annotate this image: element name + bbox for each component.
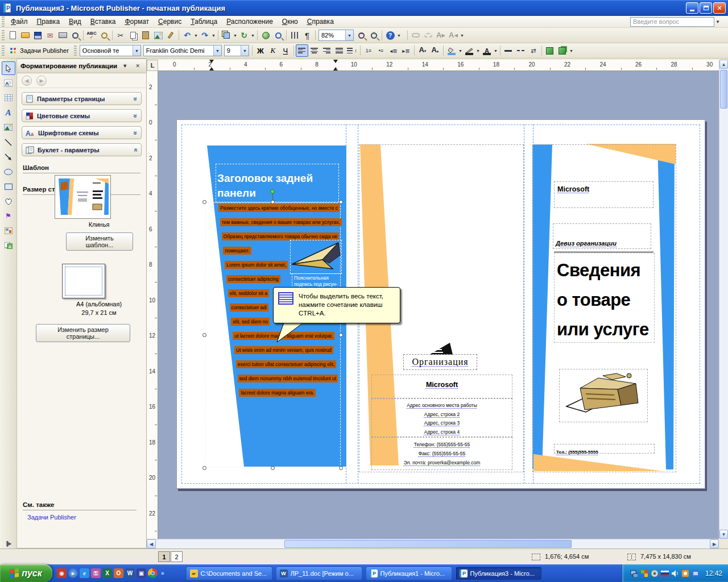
volume-icon[interactable] (671, 569, 679, 577)
bookmark-tool[interactable]: ⚑ (2, 209, 15, 223)
msn-icon[interactable] (640, 569, 648, 577)
previous-text-box-icon[interactable]: A◂ (447, 29, 460, 41)
free-rotate-icon[interactable]: ↻ (238, 29, 250, 41)
menu-item[interactable]: Расположение (222, 16, 278, 27)
horizontal-scrollbar[interactable]: ◀ ▶ (147, 539, 719, 548)
indent-marker[interactable] (333, 67, 338, 70)
taskbar-button-window[interactable]: PПубликация1 - Micro... (366, 567, 452, 580)
vertical-ruler[interactable]: 20246810121416182022 (147, 71, 158, 539)
forward-icon[interactable]: ▶ (36, 76, 47, 86)
menu-drag-handle[interactable] (2, 16, 5, 27)
horizontal-scroll-thumb[interactable] (284, 540, 572, 548)
wordart-tool[interactable]: A (2, 106, 15, 119)
motto-text[interactable]: Девиз организации (556, 240, 617, 247)
selection-handle[interactable] (271, 200, 275, 204)
menu-item[interactable]: Файл (6, 16, 32, 27)
page-size-preview[interactable] (62, 264, 105, 298)
selection-handle[interactable] (339, 200, 343, 204)
publication-page[interactable]: Заголовок задней панели Разместите здесь… (176, 119, 705, 489)
undo-icon[interactable]: ↶ (181, 29, 193, 41)
permission-icon[interactable]: ✉ (44, 29, 56, 41)
media-player-icon[interactable]: ◉ (57, 568, 67, 578)
selection-handle[interactable] (202, 466, 206, 470)
task-pane-section-цветовые-схемы[interactable]: Цветовые схемы» (22, 109, 142, 122)
save-icon[interactable]: ▣ (136, 568, 146, 578)
task-pane-section-буклет-параметры[interactable]: Буклет - параметры» (22, 143, 142, 156)
redo-icon[interactable]: ↷ (198, 29, 211, 41)
organization-name-frame[interactable]: Организация (403, 354, 477, 370)
organization-name[interactable]: Организация (412, 357, 468, 367)
question-dropdown-icon[interactable]: ▼ (715, 19, 720, 24)
access-icon[interactable]: ⚿ (91, 568, 101, 578)
task-pane-close-icon[interactable]: ✕ (133, 63, 143, 69)
insert-picture-icon[interactable] (152, 29, 164, 41)
arrow-tool[interactable] (2, 150, 15, 164)
address-frame[interactable]: Адрес основного места работыАдрес, строк… (371, 398, 512, 437)
selection-handle[interactable] (202, 200, 206, 204)
chevron-down-icon[interactable]: » (132, 131, 140, 135)
oval-tool[interactable] (2, 165, 15, 178)
toolbar-options-icon[interactable]: ▼ (569, 44, 574, 57)
menu-item[interactable]: Вставка (86, 16, 121, 27)
bold-icon[interactable]: Ж (254, 44, 267, 57)
center-company-name[interactable]: Microsoft (426, 381, 458, 389)
template-thumbnail[interactable] (55, 175, 111, 219)
link-text-boxes-icon[interactable] (410, 29, 422, 41)
chevron-down-icon[interactable]: » (132, 114, 140, 118)
save-icon[interactable] (31, 29, 44, 41)
task-pane-section-параметры-страницы[interactable]: Параметры страницы» (22, 92, 142, 105)
rotate-dropdown-icon[interactable]: ▼ (250, 29, 255, 41)
eset-icon[interactable] (651, 569, 659, 577)
help-icon[interactable]: ? (384, 29, 396, 41)
menu-item[interactable]: Формат (120, 16, 154, 27)
increase-font-icon[interactable]: A▴ (429, 44, 441, 57)
format-painter-icon[interactable] (164, 29, 177, 41)
underline-icon[interactable]: Ч (279, 44, 292, 57)
page-tab-1[interactable]: 1 (158, 551, 170, 562)
close-button[interactable]: ✕ (713, 2, 726, 14)
italic-icon[interactable]: К (267, 44, 279, 57)
menu-item[interactable]: Справка (303, 16, 338, 27)
numbering-icon[interactable]: 1≡ (362, 44, 375, 57)
word-icon[interactable]: W (125, 568, 135, 578)
wmp-icon[interactable]: ▸ (68, 568, 78, 578)
cut-icon[interactable]: ✂ (114, 29, 127, 41)
align-right-icon[interactable] (321, 44, 333, 57)
toolbar-drag-handle[interactable] (74, 45, 77, 56)
shadow-style-icon[interactable] (544, 44, 556, 57)
columns-icon[interactable] (288, 29, 301, 41)
font-size-combo[interactable]: 9▼ (224, 45, 249, 56)
back-panel-title[interactable]: Заголовок задней панели (216, 164, 318, 201)
workspace-canvas[interactable]: Заголовок задней панели Разместите здесь… (158, 71, 719, 539)
change-template-button[interactable]: Изменить шаблон... (66, 232, 133, 251)
scroll-down-icon[interactable]: ▼ (719, 530, 728, 539)
motto-frame[interactable]: Девиз организации (553, 223, 651, 249)
horizontal-ruler[interactable]: 024681012141618202224262830 (158, 60, 719, 71)
menu-item[interactable]: Правка (32, 16, 65, 27)
toolbar-drag-handle[interactable] (2, 30, 5, 40)
line-spacing-icon[interactable]: ↕ (346, 44, 358, 57)
open-icon[interactable] (19, 29, 31, 41)
next-text-box-icon[interactable]: A▸ (435, 29, 447, 41)
selection-handle[interactable] (202, 333, 206, 337)
decrease-font-icon[interactable]: A▾ (416, 44, 429, 57)
back-icon[interactable]: ◀ (22, 76, 32, 86)
restore-button[interactable] (700, 2, 712, 14)
front-headline[interactable]: Сведенияо товареили услуге (555, 253, 654, 344)
taskbar-button-active[interactable]: PПубликация3 - Micro... (456, 567, 542, 580)
front-phone-frame[interactable]: Тел.: (555)555-5555 (554, 444, 655, 454)
menu-item[interactable]: Вид (64, 16, 86, 27)
chevron-down-icon[interactable]: » (132, 97, 140, 101)
threed-style-icon[interactable] (556, 44, 569, 57)
redo-dropdown-icon[interactable]: ▼ (211, 29, 216, 41)
connect-toolbar-options-icon[interactable]: ▼ (460, 29, 465, 41)
design-gallery-tool[interactable] (2, 224, 15, 238)
spelling-icon[interactable]: ABC✓ (85, 29, 98, 41)
new-icon[interactable] (6, 29, 19, 41)
indent-marker[interactable] (333, 60, 338, 63)
text-box-tool[interactable]: A (2, 76, 15, 90)
scheduler-icon[interactable] (692, 569, 700, 577)
font-combo[interactable]: Franklin Gothic Demi▼ (143, 45, 222, 56)
line-tool[interactable] (2, 135, 15, 149)
autoshapes-tool[interactable] (2, 194, 15, 208)
